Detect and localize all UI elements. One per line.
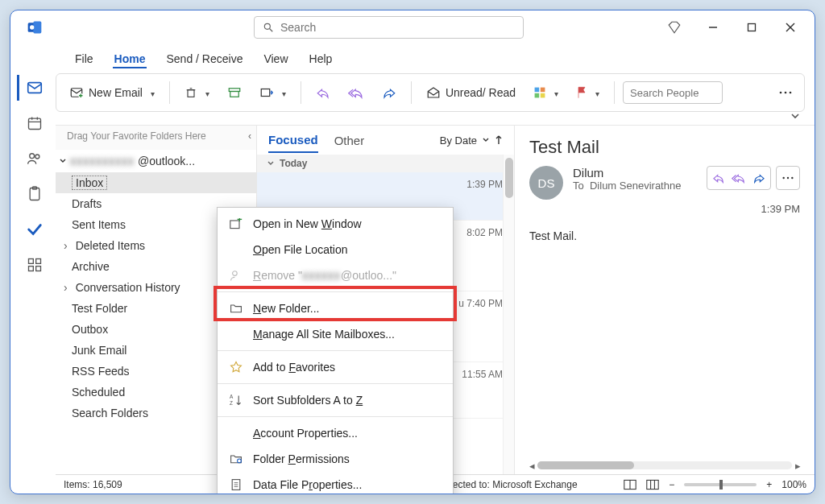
rail-todo-icon[interactable] xyxy=(17,217,49,242)
folder-label: Inbox xyxy=(72,176,107,190)
scroll-left-arrow[interactable]: ◂ xyxy=(526,460,537,472)
menu-view[interactable]: View xyxy=(262,49,289,68)
rail-tasks-icon[interactable] xyxy=(17,181,49,207)
view-normal-button[interactable] xyxy=(624,479,636,490)
window-minimize-button[interactable] xyxy=(695,14,731,40)
ellipsis-icon xyxy=(778,89,793,96)
sort-menu[interactable]: By Date xyxy=(440,134,503,147)
ctx-manage-site-mailboxes[interactable]: Manage All Site Mailboxes... xyxy=(218,321,453,347)
svg-point-36 xyxy=(780,92,782,94)
ctx-account-properties[interactable]: Account Properties... xyxy=(218,420,453,446)
reply-button[interactable] xyxy=(712,172,725,184)
move-button[interactable] xyxy=(253,80,292,105)
categorize-button[interactable] xyxy=(527,80,565,105)
ctx-open-new-window[interactable]: Open in New Window xyxy=(218,211,453,237)
ribbon-expand-toggle[interactable] xyxy=(790,112,800,120)
inbox-tabs: Focused Other By Date xyxy=(257,126,514,155)
reply-all-button[interactable] xyxy=(342,80,371,105)
menu-help[interactable]: Help xyxy=(308,49,334,68)
svg-rect-18 xyxy=(28,259,33,264)
rail-more-apps-icon[interactable] xyxy=(17,252,49,278)
svg-point-3 xyxy=(264,23,270,29)
svg-rect-44 xyxy=(647,480,658,489)
ctx-label: Data File Properties... xyxy=(253,478,362,491)
scrollbar-thumb[interactable] xyxy=(537,461,634,469)
svg-point-37 xyxy=(785,92,787,94)
ctx-sort-subfolders[interactable]: AZ Sort Subfolders A to Z xyxy=(218,387,453,413)
star-icon xyxy=(229,360,243,374)
message-time: 11:55 AM xyxy=(462,369,503,380)
tab-focused[interactable]: Focused xyxy=(268,128,318,153)
sort-ascending-icon[interactable] xyxy=(495,135,503,145)
flag-button[interactable] xyxy=(570,80,606,105)
scrollbar-thumb[interactable] xyxy=(505,158,513,198)
outlook-window: File Home Send / Receive View Help New E… xyxy=(10,10,815,494)
reply-all-button[interactable] xyxy=(732,172,746,184)
window-maximize-button[interactable] xyxy=(734,14,769,40)
folder-label: Outbox xyxy=(72,323,108,336)
message-time: u 7:40 PM xyxy=(458,298,503,309)
chevron-down-icon xyxy=(482,137,490,143)
ctx-data-file-properties[interactable]: Data File Properties... xyxy=(218,472,453,494)
tab-other[interactable]: Other xyxy=(334,129,365,152)
account-header[interactable]: xxxxxxxxxx@outlook... xyxy=(56,150,256,172)
reading-subject: Test Mail xyxy=(529,137,800,158)
zoom-slider[interactable] xyxy=(684,483,757,486)
menu-file[interactable]: File xyxy=(73,49,95,68)
new-mail-icon xyxy=(69,85,84,100)
menu-send-receive[interactable]: Send / Receive xyxy=(164,49,244,68)
search-people-input[interactable] xyxy=(630,87,715,99)
ribbon-more-button[interactable] xyxy=(772,80,798,105)
ctx-folder-permissions[interactable]: Folder Permissions xyxy=(218,446,453,472)
menu-home[interactable]: Home xyxy=(113,49,147,68)
delete-button[interactable] xyxy=(178,80,216,105)
folder-label: Junk Email xyxy=(72,344,126,357)
ctx-open-file-location[interactable]: Open File Location xyxy=(218,237,453,262)
window-close-button[interactable] xyxy=(773,14,808,40)
svg-text:A: A xyxy=(230,394,234,399)
archive-button[interactable] xyxy=(221,80,248,105)
view-reading-button[interactable] xyxy=(646,479,659,490)
folder-inbox[interactable]: Inbox xyxy=(56,172,256,193)
premium-diamond-icon[interactable] xyxy=(657,14,692,40)
properties-icon xyxy=(229,477,243,492)
forward-button[interactable] xyxy=(752,172,765,184)
ctx-new-folder[interactable]: New Folder... xyxy=(218,295,453,321)
ctx-label: Sort Subfolders A to Z xyxy=(253,394,363,407)
reading-horizontal-scrollbar[interactable]: ◂ ▸ xyxy=(526,460,803,471)
chevron-down-icon xyxy=(592,86,599,99)
reply-button[interactable] xyxy=(309,80,337,105)
new-email-button[interactable]: New Email xyxy=(63,80,161,105)
message-time: 8:02 PM xyxy=(466,227,503,238)
svg-rect-31 xyxy=(261,89,270,97)
ctx-add-to-favorites[interactable]: Add to Favorites xyxy=(218,354,453,380)
new-window-icon xyxy=(229,217,243,231)
favorites-drop-zone[interactable]: Drag Your Favorite Folders Here ‹ xyxy=(56,126,256,150)
zoom-out-button[interactable]: − xyxy=(669,479,674,490)
more-actions-button[interactable] xyxy=(776,166,800,190)
scroll-right-arrow[interactable]: ▸ xyxy=(792,460,803,472)
svg-point-39 xyxy=(782,177,784,179)
rail-mail-icon[interactable] xyxy=(17,75,49,101)
zoom-in-button[interactable]: + xyxy=(766,479,772,490)
search-people[interactable] xyxy=(623,81,723,104)
sort-az-icon: AZ xyxy=(229,393,243,407)
search-icon xyxy=(263,22,274,33)
date-group-today[interactable]: Today xyxy=(257,155,514,172)
unread-read-button[interactable]: Unread/ Read xyxy=(420,80,522,105)
rail-calendar-icon[interactable] xyxy=(17,110,49,136)
message-list-scrollbar[interactable] xyxy=(503,155,514,474)
folder-label: Conversation History xyxy=(76,281,180,294)
global-search-input[interactable] xyxy=(280,21,515,34)
global-search[interactable] xyxy=(254,16,524,39)
person-remove-icon xyxy=(229,268,243,283)
svg-point-38 xyxy=(790,92,792,94)
rail-people-icon[interactable] xyxy=(17,146,49,171)
svg-point-2 xyxy=(30,25,34,29)
forward-button[interactable] xyxy=(375,80,403,105)
reading-body: Test Mail. xyxy=(529,229,800,242)
sender-name: Dilum xyxy=(573,166,681,180)
collapse-favorites-icon[interactable]: ‹ xyxy=(248,130,251,142)
ctx-label: Manage All Site Mailboxes... xyxy=(253,328,395,341)
ctx-label: Open in New Window xyxy=(253,217,362,230)
